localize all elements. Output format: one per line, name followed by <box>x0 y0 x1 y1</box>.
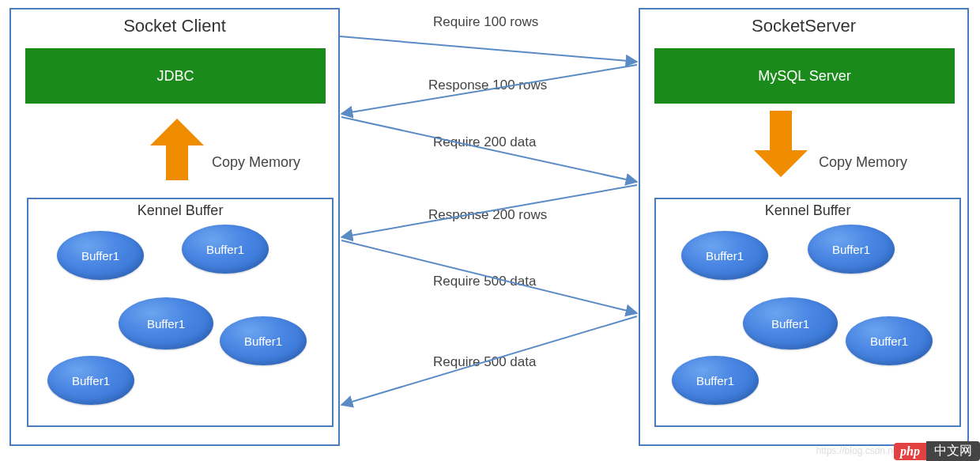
client-kennel-title: Kennel Buffer <box>28 199 332 219</box>
arrow-down-icon <box>754 111 808 185</box>
server-kennel-title: Kennel Buffer <box>656 199 959 219</box>
server-buffer-3: Buffer1 <box>743 297 838 350</box>
client-buffer-2: Buffer1 <box>182 225 269 274</box>
server-buffer-5: Buffer1 <box>672 356 759 405</box>
client-buffer-5: Buffer1 <box>47 356 134 405</box>
client-buffer-3: Buffer1 <box>119 297 213 350</box>
msg-require-500b: Require 500 data <box>433 354 536 370</box>
server-copy-memory-label: Copy Memory <box>819 154 907 171</box>
client-buffer-1: Buffer1 <box>57 231 144 280</box>
msg-response-100: Response 100 rows <box>428 77 547 93</box>
server-buffer-4: Buffer1 <box>846 316 933 365</box>
arrow-up-icon <box>150 119 204 190</box>
svg-line-0 <box>340 36 637 62</box>
client-component-label: JDBC <box>156 68 194 85</box>
badge-right: 中文网 <box>926 441 980 461</box>
msg-require-200: Require 200 data <box>433 134 536 150</box>
client-component-jdbc: JDBC <box>25 48 326 104</box>
msg-require-500a: Require 500 data <box>433 274 536 289</box>
watermark-text: https://blog.csdn.net <box>816 445 901 456</box>
server-component-label: MySQL Server <box>758 68 850 85</box>
site-badge: php 中文网 <box>894 441 980 461</box>
server-buffer-2: Buffer1 <box>808 225 895 274</box>
client-title: Socket Client <box>11 9 338 41</box>
server-title: SocketServer <box>640 9 967 41</box>
server-buffer-1: Buffer1 <box>681 231 768 280</box>
server-component-mysql: MySQL Server <box>654 48 955 104</box>
msg-response-200: Response 200 rows <box>428 207 547 223</box>
client-copy-memory-label: Copy Memory <box>212 154 300 171</box>
client-buffer-4: Buffer1 <box>220 316 307 365</box>
badge-left: php <box>894 443 926 460</box>
msg-require-100: Require 100 rows <box>433 14 538 30</box>
